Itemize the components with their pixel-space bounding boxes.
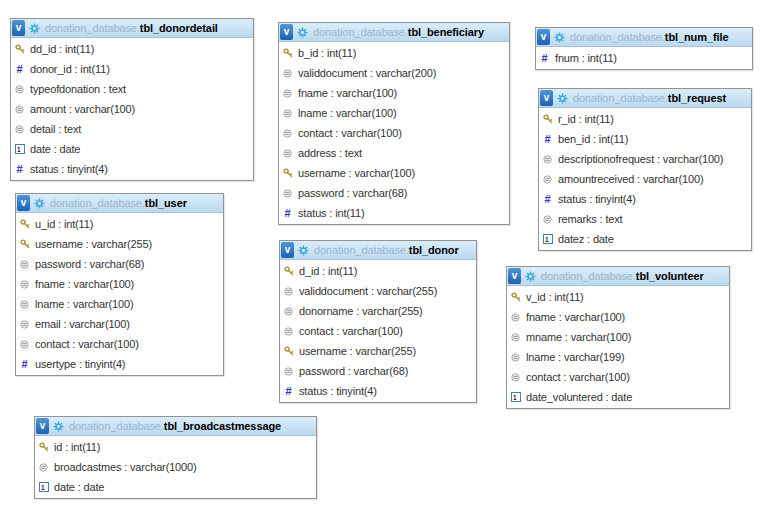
- field-row-donor_id[interactable]: #donor_id : int(11): [11, 59, 253, 79]
- calendar-icon: 1: [510, 392, 521, 402]
- table-structure-gear-icon[interactable]: [297, 27, 308, 38]
- table-structure-gear-icon[interactable]: [34, 198, 45, 209]
- text-icon: [19, 340, 30, 349]
- field-row-fname[interactable]: fname : varchar(100): [16, 274, 223, 294]
- db-table-tbl_user[interactable]: vdonation_database.tbl_useru_id : int(11…: [15, 193, 224, 376]
- field-row-broadcastmes[interactable]: broadcastmes : varchar(1000): [35, 457, 316, 477]
- field-row-donorname[interactable]: donorname : varchar(255): [280, 301, 476, 321]
- field-row-datez[interactable]: 1datez : date: [539, 229, 751, 249]
- table-structure-gear-icon[interactable]: [29, 23, 40, 34]
- table-header[interactable]: vdonation_database.tbl_user: [16, 194, 223, 213]
- field-row-date[interactable]: 1date : date: [11, 139, 253, 159]
- field-row-u_id[interactable]: u_id : int(11): [16, 214, 223, 234]
- db-table-tbl_num_file[interactable]: vdonation_database.tbl_num_file#fnum : i…: [535, 27, 753, 70]
- hash-icon: #: [19, 359, 30, 370]
- field-row-date_voluntered[interactable]: 1date_voluntered : date: [507, 387, 729, 407]
- table-structure-gear-icon[interactable]: [554, 32, 565, 43]
- field-row-lname[interactable]: lname : varchar(100): [16, 294, 223, 314]
- field-row-detail[interactable]: detail : text: [11, 119, 253, 139]
- table-header[interactable]: vdonation_database.tbl_beneficiary: [279, 23, 509, 42]
- field-row-status[interactable]: #status : tinyint(4): [539, 189, 751, 209]
- table-structure-gear-icon[interactable]: [525, 271, 536, 282]
- svg-text:1: 1: [41, 484, 45, 491]
- field-row-lname[interactable]: lname : varchar(199): [507, 347, 729, 367]
- field-label: id : int(11): [54, 441, 100, 453]
- field-row-username[interactable]: username : varchar(255): [280, 341, 476, 361]
- field-label: fnum : int(11): [555, 52, 617, 64]
- table-header[interactable]: vdonation_database.tbl_donordetail: [11, 19, 253, 38]
- table-structure-gear-icon[interactable]: [557, 93, 568, 104]
- field-row-amount[interactable]: amount : varchar(100): [11, 99, 253, 119]
- field-row-email[interactable]: email : varchar(100): [16, 314, 223, 334]
- table-name: tbl_donordetail: [140, 22, 218, 34]
- field-row-fname[interactable]: fname : varchar(100): [279, 83, 509, 103]
- db-table-tbl_beneficiary[interactable]: vdonation_database.tbl_beneficiaryb_id :…: [278, 22, 510, 225]
- field-row-status[interactable]: #status : int(11): [279, 203, 509, 223]
- collapse-toggle-icon[interactable]: v: [36, 418, 49, 434]
- field-row-status[interactable]: #status : tinyint(4): [280, 381, 476, 401]
- field-row-id[interactable]: id : int(11): [35, 437, 316, 457]
- field-row-v_id[interactable]: v_id : int(11): [507, 287, 729, 307]
- field-row-username[interactable]: username : varchar(255): [16, 234, 223, 254]
- table-header[interactable]: vdonation_database.tbl_num_file: [536, 28, 752, 47]
- table-header[interactable]: vdonation_database.tbl_volunteer: [507, 267, 729, 286]
- field-row-fnum[interactable]: #fnum : int(11): [536, 48, 752, 68]
- field-row-fname[interactable]: fname : varchar(100): [507, 307, 729, 327]
- text-icon: [14, 125, 25, 134]
- field-row-mname[interactable]: mname : varchar(100): [507, 327, 729, 347]
- calendar-icon: 1: [542, 234, 553, 244]
- field-row-remarks[interactable]: remarks : text: [539, 209, 751, 229]
- field-row-status[interactable]: #status : tinyint(4): [11, 159, 253, 179]
- db-table-tbl_donordetail[interactable]: vdonation_database.tbl_donordetaildd_id …: [10, 18, 254, 181]
- field-row-address[interactable]: address : text: [279, 143, 509, 163]
- field-row-password[interactable]: password : varchar(68): [16, 254, 223, 274]
- field-row-b_id[interactable]: b_id : int(11): [279, 43, 509, 63]
- field-row-contact[interactable]: contact : varchar(100): [16, 334, 223, 354]
- field-row-validdocument[interactable]: validdocument : varchar(200): [279, 63, 509, 83]
- database-name: donation_database.: [570, 31, 665, 43]
- field-row-usertype[interactable]: #usertype : tinyint(4): [16, 354, 223, 374]
- db-table-tbl_donor[interactable]: vdonation_database.tbl_donord_id : int(1…: [279, 240, 477, 403]
- db-table-tbl_volunteer[interactable]: vdonation_database.tbl_volunteerv_id : i…: [506, 266, 730, 409]
- key-icon: [542, 114, 553, 124]
- field-row-amountreceived[interactable]: amountreceived : varchar(100): [539, 169, 751, 189]
- field-row-descriptionofrequest[interactable]: descriptionofrequest : varchar(100): [539, 149, 751, 169]
- field-row-username[interactable]: username : varchar(100): [279, 163, 509, 183]
- field-row-r_id[interactable]: r_id : int(11): [539, 109, 751, 129]
- hash-icon: #: [539, 53, 550, 64]
- table-structure-gear-icon[interactable]: [298, 245, 309, 256]
- collapse-toggle-icon[interactable]: v: [17, 195, 30, 211]
- collapse-toggle-icon[interactable]: v: [280, 24, 293, 40]
- field-row-password[interactable]: password : varchar(68): [280, 361, 476, 381]
- field-row-d_id[interactable]: d_id : int(11): [280, 261, 476, 281]
- collapse-toggle-icon[interactable]: v: [508, 268, 521, 284]
- db-table-tbl_request[interactable]: vdonation_database.tbl_requestr_id : int…: [538, 88, 752, 251]
- db-table-tbl_broadcastmessage[interactable]: vdonation_database.tbl_broadcastmessagei…: [34, 416, 317, 499]
- table-header[interactable]: vdonation_database.tbl_broadcastmessage: [35, 417, 316, 436]
- field-label: descriptionofrequest : varchar(100): [558, 153, 723, 165]
- field-row-password[interactable]: password : varchar(68): [279, 183, 509, 203]
- table-name: tbl_request: [668, 92, 726, 104]
- table-header[interactable]: vdonation_database.tbl_donor: [280, 241, 476, 260]
- field-label: broadcastmes : varchar(1000): [54, 461, 197, 473]
- collapse-toggle-icon[interactable]: v: [540, 90, 553, 106]
- field-row-contact[interactable]: contact : varchar(100): [279, 123, 509, 143]
- collapse-toggle-icon[interactable]: v: [537, 29, 550, 45]
- field-row-date[interactable]: 1date : date: [35, 477, 316, 497]
- text-icon: [282, 189, 293, 198]
- field-row-contact[interactable]: contact : varchar(100): [507, 367, 729, 387]
- field-row-contact[interactable]: contact : varchar(100): [280, 321, 476, 341]
- text-icon: [542, 215, 553, 224]
- field-row-validdocument[interactable]: validdocument : varchar(255): [280, 281, 476, 301]
- collapse-toggle-icon[interactable]: v: [281, 242, 294, 258]
- field-label: username : varchar(255): [299, 345, 416, 357]
- field-row-dd_id[interactable]: dd_id : int(11): [11, 39, 253, 59]
- designer-canvas: vdonation_database.tbl_donordetaildd_id …: [0, 0, 768, 521]
- collapse-toggle-icon[interactable]: v: [12, 20, 25, 36]
- field-row-typeofdonation[interactable]: typeofdonation : text: [11, 79, 253, 99]
- field-row-ben_id[interactable]: #ben_id : int(11): [539, 129, 751, 149]
- table-header[interactable]: vdonation_database.tbl_request: [539, 89, 751, 108]
- field-label: fname : varchar(100): [35, 278, 134, 290]
- field-row-lname[interactable]: lname : varchar(100): [279, 103, 509, 123]
- table-structure-gear-icon[interactable]: [53, 421, 64, 432]
